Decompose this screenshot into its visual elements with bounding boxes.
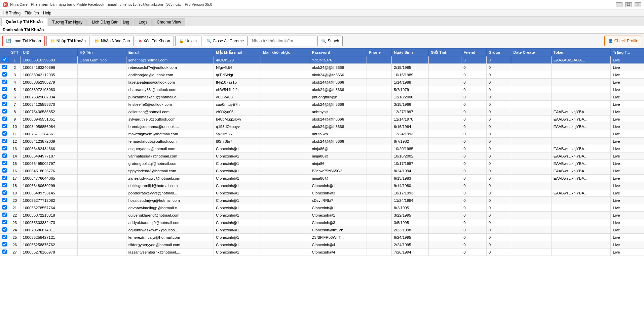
table-row[interactable]: 16 100064518626776 tippyrisdena3@hotmail… xyxy=(0,167,644,175)
row-checkbox[interactable] xyxy=(0,101,9,108)
table-row[interactable]: 2 100084183240396 rebeccaclcf7v@outlook.… xyxy=(0,64,644,71)
table-row[interactable]: 13 100066482434366 esquerydenv@hotmail.c… xyxy=(0,145,644,152)
search-button[interactable]: 🔍 Seach xyxy=(317,36,343,46)
row-checkbox[interactable] xyxy=(0,175,9,182)
table-row[interactable]: 22 100055372213318 quiverojklareno@hotma… xyxy=(0,212,644,219)
search-input[interactable] xyxy=(249,36,316,46)
maximize-button[interactable]: ❐ xyxy=(625,2,632,7)
row-birthday: 11/14/1978 xyxy=(392,116,428,123)
row-phone xyxy=(367,116,392,123)
close-button[interactable]: ✕ xyxy=(635,2,641,7)
accounts-table: STT UID Họ Tên Email Mật khẩu mail Mail … xyxy=(0,48,644,256)
row-mailpass: 4IQQhL29 xyxy=(214,56,261,64)
row-friend: 0 xyxy=(461,204,487,212)
menu-tien-ich[interactable]: Tiện ích xyxy=(25,11,39,15)
table-row[interactable]: 27 100055278166978 lassantvsembernx@hotm… xyxy=(0,248,644,256)
table-row[interactable]: 6 100075829687034 puhkanmaskahu@hotmail.… xyxy=(0,93,644,101)
row-checkbox[interactable] xyxy=(0,241,9,248)
row-group: 0 xyxy=(486,130,511,138)
row-friend: 0 xyxy=(461,123,487,130)
table-row[interactable]: 18 100066480630299 dulkisgorenlljd@hotma… xyxy=(0,182,644,189)
row-checkbox[interactable] xyxy=(0,219,9,226)
row-checkbox[interactable] xyxy=(0,167,9,175)
table-row[interactable]: 19 100066489753145 ponderraskeyvvs@hotma… xyxy=(0,189,644,197)
table-row[interactable]: 23 100055303332473 addyukbaumoj0@hotmail… xyxy=(0,219,644,226)
row-checkbox[interactable] xyxy=(0,56,9,64)
table-row[interactable]: 5 100083972108983 shabrandy33l@outlook.c… xyxy=(0,86,644,93)
table-row[interactable]: 20 100055277712082 hossiusudarjwg@hotmai… xyxy=(0,197,644,204)
row-stt: 21 xyxy=(9,204,21,212)
row-checkbox[interactable] xyxy=(0,226,9,234)
row-password: okok24@@th8666 xyxy=(310,116,367,123)
unlock-button[interactable]: 🔓 Unlock xyxy=(175,36,201,46)
row-checkbox[interactable] xyxy=(0,197,9,204)
row-status: Live xyxy=(611,234,644,241)
table-row[interactable]: 8 100075436585852 callorisea@hotmail.com… xyxy=(0,108,644,116)
row-name xyxy=(77,219,126,226)
table-row[interactable]: 24 100070586874011 aguontrwaskowmk@outlo… xyxy=(0,226,644,234)
row-checkbox[interactable] xyxy=(0,182,9,189)
row-checkbox[interactable] xyxy=(0,204,9,212)
table-row[interactable]: 15 100066495002797 grotongooliaqj@hotmai… xyxy=(0,160,644,167)
import-nang-cao-button[interactable]: 📂 Nhập Nâng Cao xyxy=(91,36,134,46)
table-row[interactable]: 10 100084056856084 brendajcedeanna@outlo… xyxy=(0,123,644,130)
row-token: EAAAAUaZA8lA... xyxy=(551,56,611,64)
tab-quan-ly[interactable]: Quản Lý Tài Khoản xyxy=(1,18,47,26)
menu-help[interactable]: Help xyxy=(43,11,51,15)
table-row[interactable]: 9 100083945531351 sylviaruthiel0@outlook… xyxy=(0,116,644,123)
row-checkbox[interactable] xyxy=(0,160,9,167)
row-checkbox[interactable] xyxy=(0,138,9,145)
row-checkbox[interactable] xyxy=(0,86,9,93)
row-mailpass: b48bMug1axw xyxy=(214,116,261,123)
table-row[interactable]: 7 100084125553370 kristiee4e0@outlook.co… xyxy=(0,101,644,108)
row-name xyxy=(77,93,126,101)
table-row[interactable]: 3 100083942112035 aprilcarqjaq@outlook.c… xyxy=(0,71,644,79)
check-profile-button[interactable]: 👤 Check Profile xyxy=(604,36,642,46)
row-checkbox[interactable] xyxy=(0,123,9,130)
row-checkbox[interactable] xyxy=(0,93,9,101)
close-all-chrome-button[interactable]: 🔍 Close All Chrome xyxy=(203,36,248,46)
row-group: 0 xyxy=(486,219,511,226)
row-checkbox[interactable] xyxy=(0,79,9,86)
row-checkbox[interactable] xyxy=(0,189,9,197)
row-checkbox[interactable] xyxy=(0,64,9,71)
table-row[interactable]: 14 100066494977187 varimatiseua7@hotmail… xyxy=(0,152,644,160)
table-row[interactable]: 26 100055258876762 slidergyaeryyqo@hotma… xyxy=(0,241,644,248)
row-birthday: 12/27/1997 xyxy=(392,108,428,116)
row-phone xyxy=(367,175,392,182)
row-mailrecover xyxy=(261,248,310,256)
table-row[interactable]: 1 100086016399583 Oanh Gam Ngo ijehetina… xyxy=(0,56,644,64)
tab-tuong-tac[interactable]: Tương Tác Ngay xyxy=(48,18,87,26)
table-row[interactable]: 4 100083852985279 lavetajeatejq@outlook.… xyxy=(0,79,644,86)
row-uid: 100064776644065 xyxy=(21,175,77,182)
row-checkbox[interactable] xyxy=(0,152,9,160)
row-checkbox[interactable] xyxy=(0,212,9,219)
row-mailrecover xyxy=(261,71,310,79)
row-phone xyxy=(367,108,392,116)
xoa-tai-khoan-button[interactable]: ✖ Xóa Tài Khoản xyxy=(135,36,174,46)
row-checkbox[interactable] xyxy=(0,108,9,116)
row-checkbox[interactable] xyxy=(0,234,9,241)
row-checkbox[interactable] xyxy=(0,71,9,79)
row-checkbox[interactable] xyxy=(0,116,9,123)
row-token: EAABwzLixnjYBA... xyxy=(551,116,611,123)
table-row[interactable]: 21 100055278557764 devarawlmelingp@hotma… xyxy=(0,204,644,212)
table-row[interactable]: 12 100084123872039 fempaulatod5@outlook.… xyxy=(0,138,644,145)
minimize-button[interactable]: — xyxy=(616,2,622,7)
row-uid: 100064518626776 xyxy=(21,167,77,175)
import-tai-khoan-button[interactable]: 📁 Nhập Tài Khoản xyxy=(46,36,89,46)
table-row[interactable]: 25 100055258427121 lemereztrincaijz@hotm… xyxy=(0,234,644,241)
tab-chrome-view[interactable]: Chrome View xyxy=(152,18,185,26)
row-checkbox[interactable] xyxy=(0,130,9,138)
table-header-row: STT UID Họ Tên Email Mật khẩu mail Mail … xyxy=(0,49,644,56)
tab-lich-dang[interactable]: Lịch Đăng Bán Hàng xyxy=(87,18,134,26)
row-friend: 0 xyxy=(461,226,487,234)
table-row[interactable]: 11 100075711284561 mawrdignych5@hotmail.… xyxy=(0,130,644,138)
table-row[interactable]: 17 100064776644065 zanesludvikgwy@hotmai… xyxy=(0,175,644,182)
row-checkbox[interactable] xyxy=(0,145,9,152)
row-checkbox[interactable] xyxy=(0,248,9,256)
load-tai-khoan-button[interactable]: 🔄 Load Tài Khoản xyxy=(2,36,45,46)
tab-logs[interactable]: Logs xyxy=(134,18,152,26)
menu-he-thong[interactable]: Hệ Thống xyxy=(3,11,21,15)
row-stt: 20 xyxy=(9,197,21,204)
